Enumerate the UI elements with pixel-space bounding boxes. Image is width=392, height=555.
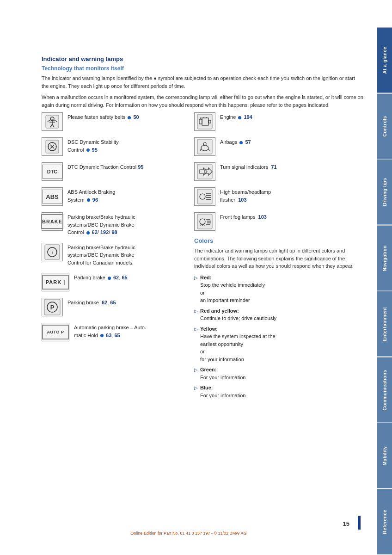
page-wrapper: Indicator and warning lamps Technology t…: [0, 0, 392, 555]
highbeam-page[interactable]: 103: [238, 197, 246, 203]
seatbelt-label: Please fasten safety belts 50: [67, 112, 139, 121]
dot-indicator: [128, 116, 131, 119]
autop-text: AUTO P: [42, 325, 69, 339]
color-item-redyellow-text: Red and yellow: Continue to drive; drive…: [200, 307, 276, 322]
dtc-page[interactable]: 95: [138, 164, 143, 170]
foglamp-icon: [194, 212, 215, 231]
brake-circle-icon: !: [42, 243, 63, 261]
sidebar-item-mobility[interactable]: Mobility: [377, 423, 392, 488]
seatbelt-icon: [42, 112, 63, 131]
park-label: Parking brake 62, 65: [74, 273, 128, 282]
section-heading: Indicator and warning lamps: [42, 56, 363, 62]
svg-text:!: !: [52, 251, 53, 255]
dtc-label: DTC Dynamic Traction Control 95: [67, 162, 143, 171]
sidebar-item-reference[interactable]: Reference: [377, 489, 392, 555]
color-item-blue-text: Blue: For your information.: [200, 384, 247, 399]
dtc-icon: DTC: [42, 162, 63, 181]
svg-rect-22: [197, 139, 212, 154]
left-column: Please fasten safety belts 50: [42, 112, 185, 402]
color-item-blue: ▷ Blue: For your information.: [194, 384, 363, 399]
autop-page1[interactable]: 63: [106, 333, 111, 338]
list-item: Please fasten safety belts 50: [42, 112, 185, 131]
highbeam-icon: [194, 187, 215, 206]
sub-heading: Technology that monitors itself: [42, 65, 363, 72]
abs-icon: ABS: [42, 187, 63, 206]
list-item: Airbags 57: [194, 137, 363, 156]
turnsignal-page[interactable]: 71: [271, 164, 276, 170]
intro-para2: When a malfunction occurs in a monitored…: [42, 93, 363, 109]
dot-indicator: [238, 116, 241, 119]
airbag-label: Airbags 57: [220, 137, 251, 146]
sidebar-item-at-a-glance[interactable]: At a glance: [377, 28, 392, 93]
list-item: BRAKE Parking brake/Brake hydraulicsyste…: [42, 212, 185, 236]
color-list: ▷ Red: Stop the vehicle immediately or a…: [194, 274, 363, 400]
color-item-redyellow: ▷ Red and yellow: Continue to drive; dri…: [194, 307, 363, 322]
svg-rect-14: [197, 114, 212, 129]
brake-label: Parking brake/Brake hydraulicsystems/DBC…: [67, 212, 135, 236]
airbag-icon: [194, 137, 215, 156]
highbeam-label: High beams/headlampflasher 103: [220, 187, 271, 204]
dot-indicator: [100, 334, 104, 337]
dot-indicator: [239, 141, 243, 144]
list-item: PARK | Parking brake 62, 65: [42, 273, 185, 291]
list-item: AUTO P Automatic parking brake – Auto-ma…: [42, 323, 185, 341]
arrow-icon: ▷: [194, 366, 198, 373]
color-item-red-text: Red: Stop the vehicle immediately or an …: [200, 274, 265, 304]
brake-page2[interactable]: 192: [100, 229, 109, 235]
list-item: ABS ABS Antilock BrakingSystem 96: [42, 187, 185, 206]
list-item: Turn signal indicators 71: [194, 162, 363, 181]
dot-indicator: [108, 277, 111, 280]
turnsignal-label: Turn signal indicators 71: [220, 162, 277, 171]
brake-page3[interactable]: 98: [111, 229, 117, 235]
engine-page[interactable]: 194: [244, 114, 252, 120]
color-item-green-text: Green: For your information: [200, 366, 245, 381]
foglamp-label: Front fog lamps 103: [220, 212, 267, 221]
dsc-label: DSC Dynamic StabilityControl 95: [67, 137, 119, 154]
sidebar-item-driving-tips[interactable]: Driving tips: [377, 160, 392, 225]
park-icon: PARK |: [42, 273, 69, 291]
color-item-yellow: ▷ Yellow: Have the system inspected at t…: [194, 325, 363, 364]
page-marker: [358, 516, 361, 530]
colors-heading: Colors: [194, 237, 363, 244]
park-circle-page2[interactable]: 65: [110, 300, 116, 305]
park-circle-label: Parking brake 62, 65: [67, 298, 116, 307]
park-circle-page1[interactable]: 62: [102, 300, 107, 305]
autop-page2[interactable]: 65: [114, 333, 120, 338]
list-item: DSC Dynamic StabilityControl 95: [42, 137, 185, 156]
list-item: Engine 194: [194, 112, 363, 131]
autop-icon: AUTO P: [42, 323, 69, 341]
airbag-page[interactable]: 57: [245, 139, 251, 145]
arrow-icon: ▷: [194, 274, 198, 281]
engine-icon: [194, 112, 215, 131]
engine-label: Engine 194: [220, 112, 252, 121]
sidebar-item-communications[interactable]: Communications: [377, 358, 392, 423]
abs-label: ABS Antilock BrakingSystem 96: [67, 187, 115, 204]
seatbelt-page[interactable]: 50: [133, 114, 139, 120]
dot-indicator: [86, 231, 90, 234]
brake-page1[interactable]: 62: [92, 229, 98, 235]
sidebar-item-entertainment[interactable]: Entertainment: [377, 291, 392, 357]
sidebar: At a glance Controls Driving tips Naviga…: [377, 0, 392, 555]
arrow-icon: ▷: [194, 308, 198, 314]
main-content: Indicator and warning lamps Technology t…: [0, 0, 377, 555]
color-item-green: ▷ Green: For your information: [194, 366, 363, 381]
list-item: DTC DTC Dynamic Traction Control 95: [42, 162, 185, 181]
sidebar-item-controls[interactable]: Controls: [377, 94, 392, 159]
brake-circle-label: Parking brake/Brake hydraulicsystems/DBC…: [67, 243, 135, 267]
park-page1[interactable]: 62: [113, 275, 119, 280]
brake-text: BRAKE: [41, 214, 63, 229]
park-text: PARK |: [42, 275, 69, 290]
list-item: Front fog lamps 103: [194, 212, 363, 231]
park-circle-icon: P: [42, 298, 63, 316]
right-column: Engine 194: [194, 112, 363, 402]
brake-icon: BRAKE: [42, 212, 63, 231]
arrow-icon: ▷: [194, 326, 198, 333]
park-page2[interactable]: 65: [122, 275, 127, 280]
dot-indicator: [86, 148, 90, 152]
dsc-page[interactable]: 95: [92, 147, 98, 153]
sidebar-item-navigation[interactable]: Navigation: [377, 226, 392, 291]
abs-page[interactable]: 96: [92, 197, 98, 203]
turnsignal-icon: [194, 162, 215, 181]
foglamp-page[interactable]: 103: [258, 214, 267, 220]
color-item-yellow-text: Yellow: Have the system inspected at the…: [200, 325, 276, 364]
